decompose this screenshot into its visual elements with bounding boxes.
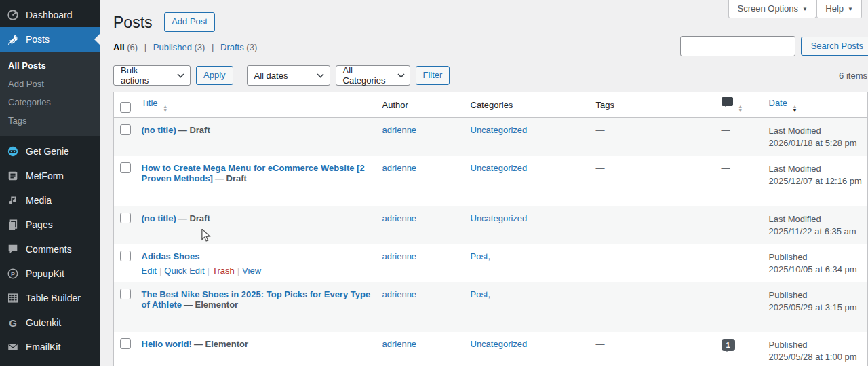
column-header-title[interactable]: Title ▲▼ <box>136 92 377 118</box>
robot-icon <box>6 145 20 158</box>
author-link[interactable]: adrienne <box>382 125 417 135</box>
sidebar-item-emailkit[interactable]: EmailKit <box>0 335 100 359</box>
author-link[interactable]: adrienne <box>382 163 417 173</box>
row-checkbox[interactable] <box>120 213 131 223</box>
view-link[interactable]: View <box>242 266 261 276</box>
category-link[interactable]: Uncategorized <box>471 125 528 135</box>
row-checkbox[interactable] <box>120 162 131 173</box>
form-icon <box>6 169 20 183</box>
sidebar-item-popupkit[interactable]: P PopupKit <box>0 261 100 286</box>
sidebar-item-label: Table Builder <box>26 293 81 304</box>
row-actions: Edit|Quick Edit|Trash|View <box>142 266 372 276</box>
post-state: — Draft <box>215 173 247 183</box>
category-link[interactable]: Uncategorized <box>471 213 528 223</box>
row-checkbox[interactable] <box>120 251 131 261</box>
date-status: Published <box>769 251 863 263</box>
row-checkbox[interactable] <box>120 124 131 135</box>
category-link[interactable]: Post, <box>471 251 491 261</box>
post-title-link[interactable]: Hello world! <box>142 339 192 349</box>
dates-filter-value: All dates <box>254 71 288 81</box>
date-value: 2026/01/18 at 5:28 pm <box>769 137 863 149</box>
post-title-link[interactable]: (no title) <box>142 213 176 223</box>
separator: | <box>212 42 214 52</box>
sidebar-item-media[interactable]: Media <box>0 188 100 213</box>
post-title-link[interactable]: The Best Nike Shoes in 2025: Top Picks f… <box>142 289 371 310</box>
post-state: — Elementor <box>194 339 248 349</box>
sidebar-subitem-categories[interactable]: Categories <box>0 93 100 111</box>
date-status: Published <box>769 339 863 351</box>
sidebar-item-label: Gutenkit <box>26 317 61 328</box>
bulk-actions-select[interactable]: Bulk actions <box>113 65 191 86</box>
date-status: Last Modified <box>769 213 863 225</box>
table-row: Hello world!— Elementor adrienne Uncateg… <box>114 332 868 366</box>
sidebar-item-get-genie[interactable]: Get Genie <box>0 136 100 164</box>
table-row: (no title)— Draft adrienne Uncategorized… <box>114 206 868 244</box>
popupkit-icon: P <box>6 267 20 280</box>
chevron-down-icon <box>397 73 405 78</box>
author-link[interactable]: adrienne <box>382 213 417 223</box>
view-drafts-link[interactable]: Drafts <box>220 42 244 52</box>
column-header-comments[interactable]: ▲▼ <box>716 92 764 118</box>
quick-edit-link[interactable]: Quick Edit <box>164 266 204 276</box>
tags-value: — <box>596 125 605 135</box>
category-link[interactable]: Uncategorized <box>471 163 528 173</box>
sidebar-item-label: PopupKit <box>26 268 64 279</box>
sidebar-subitem-all-posts[interactable]: All Posts <box>0 56 100 75</box>
posts-page: Screen Options▼ Help▼ Posts Add Post All… <box>100 0 868 366</box>
view-all-link[interactable]: All <box>113 42 125 52</box>
date-status: Published <box>769 289 863 301</box>
post-state: — Draft <box>178 213 210 223</box>
edit-link[interactable]: Edit <box>142 266 157 276</box>
sidebar-item-label: Comments <box>26 244 72 255</box>
sidebar-subitem-add-post[interactable]: Add Post <box>0 75 100 93</box>
view-published-link[interactable]: Published <box>153 42 192 52</box>
sidebar-subitem-tags[interactable]: Tags <box>0 111 100 130</box>
search-input[interactable] <box>680 36 795 56</box>
table-row: (no title)— Draft adrienne Uncategorized… <box>114 118 868 157</box>
search-posts-button[interactable]: Search Posts <box>801 37 868 56</box>
sidebar-item-metform[interactable]: MetForm <box>0 164 100 188</box>
post-title-link[interactable]: (no title) <box>142 125 176 135</box>
row-checkbox[interactable] <box>120 338 131 349</box>
categories-filter-select[interactable]: All Categories <box>336 65 410 86</box>
envelope-icon <box>6 340 20 354</box>
sidebar-item-dashboard[interactable]: Dashboard <box>0 0 100 27</box>
separator: | <box>208 266 210 276</box>
filter-button[interactable]: Filter <box>416 66 450 86</box>
apply-button[interactable]: Apply <box>196 66 233 86</box>
sidebar-item-pages[interactable]: Pages <box>0 213 100 237</box>
sidebar-item-gutenkit[interactable]: G Gutenkit <box>0 310 100 335</box>
trash-link[interactable]: Trash <box>212 266 235 276</box>
column-header-date[interactable]: Date ▲▼ <box>764 92 868 118</box>
posts-table: Title ▲▼ Author Categories Tags ▲▼ Date … <box>113 92 868 366</box>
add-post-button[interactable]: Add Post <box>164 12 215 32</box>
table-row: Adidas Shoes Edit|Quick Edit|Trash|View … <box>114 244 868 282</box>
comment-count-badge[interactable]: 1 <box>722 339 735 351</box>
row-checkbox[interactable] <box>120 289 131 299</box>
table-row: The Best Nike Shoes in 2025: Top Picks f… <box>114 282 868 332</box>
posts-submenu: All Posts Add Post Categories Tags <box>0 52 100 136</box>
author-link[interactable]: adrienne <box>382 251 417 261</box>
dates-filter-select[interactable]: All dates <box>247 65 330 86</box>
screen-options-button[interactable]: Screen Options▼ <box>728 0 816 18</box>
screen-options-label: Screen Options <box>737 3 798 14</box>
sidebar-item-label: EmailKit <box>26 342 60 352</box>
category-link[interactable]: Uncategorized <box>471 339 528 349</box>
category-link[interactable]: Post, <box>471 289 491 299</box>
sidebar-item-label: Posts <box>26 34 50 45</box>
post-title-link[interactable]: Adidas Shoes <box>142 251 200 261</box>
view-published-count: (3) <box>195 42 205 52</box>
sidebar-item-comments[interactable]: Comments <box>0 237 100 261</box>
sidebar-item-label: Media <box>26 195 52 206</box>
sidebar-item-posts[interactable]: Posts <box>0 27 100 52</box>
sidebar-item-label: Get Genie <box>26 146 69 157</box>
svg-text:P: P <box>11 271 15 278</box>
media-icon <box>6 194 20 207</box>
post-title-link[interactable]: How to Create Mega Menu for eCommerce We… <box>142 163 365 183</box>
author-link[interactable]: adrienne <box>382 339 417 349</box>
sidebar-item-table-builder[interactable]: Table Builder <box>0 286 100 310</box>
author-link[interactable]: adrienne <box>382 289 417 299</box>
categories-filter-value: All Categories <box>343 65 386 86</box>
select-all-checkbox[interactable] <box>120 102 131 113</box>
help-button[interactable]: Help▼ <box>816 0 862 18</box>
